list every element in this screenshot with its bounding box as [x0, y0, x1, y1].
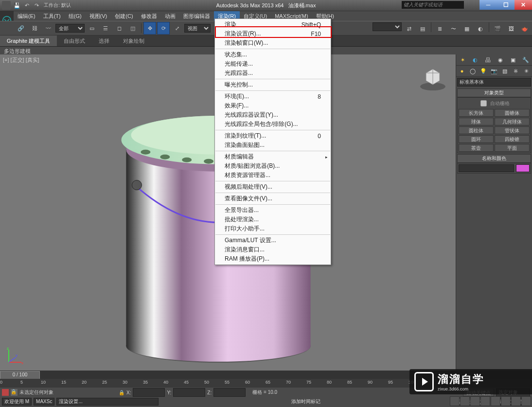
curve-editor-icon[interactable]: 〜	[447, 22, 460, 35]
object-name-input[interactable]	[459, 164, 514, 172]
menu-views[interactable]: 视图(V)	[86, 11, 111, 21]
menu-item[interactable]: 光线跟踪全局包含/排除(G)...	[215, 120, 331, 129]
render-setup-icon[interactable]: 🎬	[491, 22, 504, 35]
menu-item[interactable]: RAM 播放器(P)...	[215, 254, 331, 264]
menu-item[interactable]: 渲染曲面贴图...	[215, 141, 331, 150]
menu-item[interactable]: 渲染设置(R)...F10	[215, 29, 331, 38]
helpers-cat-icon[interactable]: ▧	[500, 67, 510, 75]
maxscript-prompt[interactable]: MAXSc	[34, 398, 54, 406]
menu-item[interactable]: 渲染到纹理(T)...0	[215, 131, 331, 141]
menu-item[interactable]: 材质编辑器	[215, 152, 331, 161]
menu-item[interactable]: 查看图像文件(V)...	[215, 194, 331, 203]
y-coord-input[interactable]	[173, 388, 205, 397]
primitive-button[interactable]: 四棱锥	[495, 135, 530, 143]
ref-coord-dropdown[interactable]: 视图	[184, 24, 211, 33]
menu-group[interactable]: 组(G)	[65, 11, 86, 21]
nav-max-icon[interactable]	[480, 396, 490, 406]
menu-item[interactable]: 效果(F)...	[215, 101, 331, 110]
maximize-button[interactable]: ☐	[497, 0, 514, 10]
menu-item[interactable]: 视频后期处理(V)...	[215, 182, 331, 192]
rollout-objecttype-title[interactable]: 对象类型	[457, 88, 531, 97]
menu-item[interactable]: 渲染消息窗口...	[215, 245, 331, 254]
nav-zoom-icon[interactable]	[460, 396, 470, 406]
systems-cat-icon[interactable]: ✳	[521, 67, 531, 75]
utilities-tab-icon[interactable]: 🔧	[521, 55, 531, 64]
primitive-button[interactable]: 长方体	[459, 109, 494, 117]
primitive-button[interactable]: 几何球体	[495, 118, 530, 125]
select-rotate-icon[interactable]: ⟳	[157, 22, 170, 35]
unlink-icon[interactable]: ⛓	[28, 22, 41, 35]
render-production-icon[interactable]: 🫖	[518, 22, 531, 35]
spacewarps-cat-icon[interactable]: ※	[511, 67, 520, 75]
menu-item[interactable]: 全景导出器...	[215, 206, 331, 215]
lock-selection-icon[interactable]: 🔒	[11, 389, 18, 396]
primitive-button[interactable]: 球体	[459, 118, 494, 125]
menu-item[interactable]: 光能传递...	[215, 59, 331, 69]
geometry-cat-icon[interactable]: ●	[457, 67, 467, 75]
modify-tab-icon[interactable]: ◐	[470, 55, 480, 64]
rollout-namecolor-title[interactable]: 名称和颜色	[457, 154, 531, 163]
minimize-button[interactable]: ─	[479, 0, 497, 10]
ribbon-tab-graphite[interactable]: Graphite 建模工具	[0, 35, 57, 46]
menu-tools[interactable]: 工具(T)	[39, 11, 65, 21]
nav-region-icon[interactable]	[511, 396, 521, 406]
primitive-button[interactable]: 茶壶	[459, 144, 494, 152]
shapes-cat-icon[interactable]: ◯	[468, 67, 478, 75]
bind-spacewarp-icon[interactable]: 〰	[42, 22, 54, 35]
select-scale-icon[interactable]: ⤢	[171, 22, 183, 35]
ribbon-tab-freeform[interactable]: 自由形式	[57, 35, 92, 46]
mirror-icon[interactable]: ⇄	[403, 22, 415, 35]
coord-lock-icon[interactable]: 🔒	[119, 390, 124, 395]
close-button[interactable]: ✕	[514, 0, 532, 10]
cameras-cat-icon[interactable]: 📷	[489, 67, 499, 75]
menu-item[interactable]: Gamma/LUT 设置...	[215, 236, 331, 245]
qat-workspace-dropdown[interactable]: 工作台: 默认	[42, 1, 73, 9]
z-coord-input[interactable]	[213, 388, 246, 397]
menu-item[interactable]: 渲染Shift+Q	[215, 20, 331, 29]
lights-cat-icon[interactable]: 💡	[479, 67, 488, 75]
select-object-icon[interactable]: ▭	[86, 22, 98, 35]
menu-item[interactable]: 材质/贴图浏览器(B)...	[215, 161, 331, 171]
menu-animation[interactable]: 动画	[161, 11, 179, 21]
qat-save-icon[interactable]: 💾	[13, 1, 21, 9]
primitive-button[interactable]: 圆柱体	[459, 126, 494, 134]
add-time-tag[interactable]: 添加时间标记	[291, 398, 320, 405]
menu-item[interactable]: 光跟踪器...	[215, 69, 331, 78]
help-search-input[interactable]: 键入关键字或短语	[402, 1, 464, 9]
menu-modifiers[interactable]: 修改器	[137, 11, 161, 21]
primitive-button[interactable]: 圆锥体	[495, 109, 530, 117]
menu-item[interactable]: 批处理渲染...	[215, 215, 331, 224]
display-tab-icon[interactable]: ▣	[508, 55, 518, 64]
create-tab-icon[interactable]: ✶	[458, 55, 467, 64]
script-listener-icon[interactable]	[2, 389, 9, 396]
hierarchy-tab-icon[interactable]: 品	[483, 55, 493, 64]
rendered-frame-icon[interactable]: 🖼	[505, 22, 517, 35]
link-icon[interactable]: 🔗	[15, 22, 27, 35]
selection-filter-dropdown[interactable]: 全部	[55, 24, 85, 33]
viewcube[interactable]	[418, 63, 447, 92]
menu-item[interactable]: 材质资源管理器...	[215, 171, 331, 180]
menu-grapheditors[interactable]: 图形编辑器	[179, 11, 214, 21]
nav-fov-icon[interactable]	[491, 396, 500, 406]
menu-item[interactable]: 渲染帧窗口(W)...	[215, 38, 331, 48]
layers-icon[interactable]: ≣	[433, 22, 446, 35]
menu-item[interactable]: 打印大小助手...	[215, 224, 331, 233]
object-color-swatch[interactable]	[516, 164, 530, 172]
menu-create[interactable]: 创建(C)	[111, 11, 137, 21]
select-by-name-icon[interactable]: ☰	[99, 22, 112, 35]
align-icon[interactable]: ▤	[416, 22, 429, 35]
qat-undo-icon[interactable]: ↶	[22, 1, 31, 9]
menu-item[interactable]: 状态集...	[215, 50, 331, 59]
named-sets-dropdown[interactable]	[372, 22, 402, 31]
window-crossing-icon[interactable]: ◫	[126, 22, 139, 35]
x-coord-input[interactable]	[133, 388, 165, 397]
ribbon-tab-selection[interactable]: 选择	[92, 35, 116, 46]
menu-edit[interactable]: 编辑(E)	[14, 11, 39, 21]
nav-pan-icon[interactable]	[450, 396, 460, 406]
menu-item[interactable]: 曝光控制...	[215, 80, 331, 89]
nav-minmax-icon[interactable]	[521, 396, 531, 406]
menu-item[interactable]: 环境(E)...8	[215, 92, 331, 101]
nav-orbit-icon[interactable]	[470, 396, 480, 406]
rect-region-icon[interactable]: ◻	[113, 22, 125, 35]
qat-redo-icon[interactable]: ↷	[32, 1, 41, 9]
